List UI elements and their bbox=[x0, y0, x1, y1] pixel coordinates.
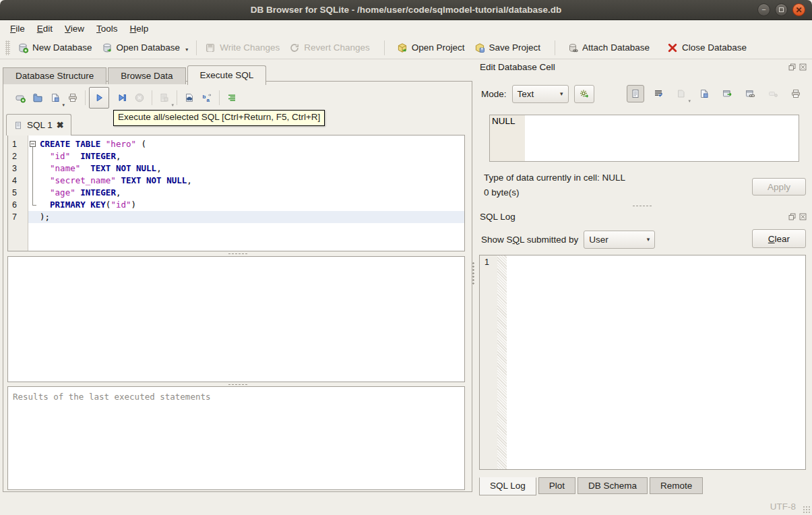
submitted-by-select[interactable]: User ▾ bbox=[584, 231, 655, 249]
menu-view[interactable]: View bbox=[59, 22, 90, 36]
close-database-icon bbox=[667, 42, 678, 53]
apply-button: Apply bbox=[752, 178, 806, 195]
toolbar-drag-handle[interactable] bbox=[5, 40, 10, 55]
open-sql-file-icon bbox=[32, 92, 43, 103]
code-line[interactable]: "secret_name" TEXT NOT NULL, bbox=[28, 175, 464, 187]
results-message-pane[interactable]: Results of the last executed statements bbox=[7, 386, 465, 490]
close-database-button[interactable]: Close Database bbox=[662, 39, 751, 57]
menu-file[interactable]: File bbox=[4, 22, 31, 36]
log-gutter: 1 bbox=[480, 255, 497, 469]
tab-remote[interactable]: Remote bbox=[650, 477, 703, 494]
close-button[interactable]: ✕ bbox=[792, 3, 805, 16]
cell-value-editor[interactable]: NULL bbox=[489, 115, 799, 162]
execute-current-line-icon bbox=[117, 92, 127, 103]
dock-tab-bar: SQL Log Plot DB Schema Remote bbox=[479, 477, 705, 495]
splitter-handle[interactable] bbox=[228, 253, 248, 255]
save-project-button[interactable]: Save Project bbox=[470, 39, 546, 57]
sql-log-view[interactable]: 1 bbox=[479, 255, 806, 470]
code-line[interactable]: "age" INTEGER, bbox=[28, 187, 464, 199]
sql-editor[interactable]: 1234567 CREATE TABLE "hero" ( "id" INTEG… bbox=[7, 135, 465, 251]
vertical-splitter-handle[interactable] bbox=[472, 262, 474, 284]
save-project-icon bbox=[474, 42, 485, 53]
results-placeholder: Results of the last executed statements bbox=[8, 387, 464, 402]
open-project-button[interactable]: Open Project bbox=[392, 39, 470, 57]
cell-toolbar: ▾ bbox=[627, 84, 805, 104]
code-line[interactable]: "name" TEXT NOT NULL, bbox=[28, 162, 464, 175]
code-line[interactable]: ); bbox=[28, 211, 464, 223]
menu-tools[interactable]: Tools bbox=[90, 22, 124, 36]
main-tab-bar: Database Structure Browse Data Execute S… bbox=[3, 65, 268, 84]
link-data-button[interactable] bbox=[741, 85, 759, 102]
encoding-indicator[interactable]: UTF-8 bbox=[770, 502, 796, 512]
toolbar-separator bbox=[384, 40, 385, 55]
execute-current-line-button[interactable] bbox=[113, 89, 131, 107]
clear-log-button[interactable]: Clear bbox=[752, 229, 806, 248]
word-wrap-button[interactable] bbox=[650, 85, 667, 102]
execute-all-button[interactable] bbox=[89, 87, 109, 109]
code-line[interactable]: PRIMARY KEY("id") bbox=[28, 199, 464, 211]
save-project-label: Save Project bbox=[489, 42, 541, 53]
attach-database-label: Attach Database bbox=[582, 42, 650, 53]
tab-browse-data[interactable]: Browse Data bbox=[108, 67, 185, 84]
splitter-handle[interactable] bbox=[632, 205, 652, 207]
code-line[interactable]: CREATE TABLE "hero" ( bbox=[28, 138, 464, 150]
mode-select[interactable]: Text ▾ bbox=[512, 85, 569, 103]
import-data-button: ▾ bbox=[673, 85, 690, 102]
menu-edit[interactable]: Edit bbox=[31, 22, 59, 36]
execute-sql-pane: ▾ ▾ ba bbox=[3, 81, 472, 492]
close-panel-icon[interactable] bbox=[799, 212, 807, 221]
menu-help[interactable]: Help bbox=[124, 22, 155, 36]
open-in-external-button[interactable] bbox=[718, 85, 736, 102]
tab-db-schema[interactable]: DB Schema bbox=[577, 477, 648, 494]
print-icon bbox=[790, 88, 801, 99]
print-sql-button[interactable] bbox=[64, 89, 82, 107]
print-cell-button[interactable] bbox=[787, 85, 805, 102]
replace-in-sql-button[interactable]: ba bbox=[198, 89, 216, 107]
attach-database-button[interactable]: Attach Database bbox=[563, 39, 654, 57]
cell-type-info: Type of data currently in cell: NULL bbox=[484, 173, 625, 183]
revert-changes-icon bbox=[289, 42, 300, 53]
float-panel-icon[interactable] bbox=[788, 212, 797, 221]
new-database-button[interactable]: New Database bbox=[13, 39, 97, 57]
fold-marker-icon[interactable] bbox=[30, 141, 36, 147]
open-sql-file-button[interactable] bbox=[29, 89, 46, 107]
export-data-button[interactable] bbox=[695, 85, 713, 102]
tab-sql-log[interactable]: SQL Log bbox=[479, 477, 536, 495]
splitter-handle[interactable] bbox=[228, 384, 248, 386]
resize-grip[interactable] bbox=[803, 506, 810, 513]
filter-label: Show SQL submitted by bbox=[481, 235, 578, 245]
line-number: 3 bbox=[8, 162, 28, 175]
format-sql-button[interactable] bbox=[223, 89, 241, 107]
find-in-sql-button[interactable] bbox=[181, 89, 198, 107]
maximize-button[interactable] bbox=[775, 3, 788, 16]
save-sql-file-icon bbox=[50, 92, 61, 103]
editor-code[interactable]: CREATE TABLE "hero" ( "id" INTEGER, "nam… bbox=[28, 135, 464, 251]
fold-guide-line bbox=[32, 147, 33, 205]
line-number: 5 bbox=[8, 187, 28, 199]
menu-bar: File Edit View Tools Help bbox=[0, 20, 812, 36]
open-project-label: Open Project bbox=[412, 42, 465, 53]
tab-execute-sql[interactable]: Execute SQL bbox=[187, 65, 267, 85]
results-table-pane[interactable] bbox=[7, 256, 465, 382]
gear-run-icon bbox=[579, 88, 590, 99]
close-sql-tab-icon[interactable]: ✖ bbox=[57, 120, 64, 130]
minimize-button[interactable]: − bbox=[757, 3, 770, 16]
text-mode-button[interactable] bbox=[627, 85, 644, 102]
log-line-number: 1 bbox=[480, 255, 497, 267]
tab-plot[interactable]: Plot bbox=[538, 477, 575, 494]
save-sql-file-button[interactable]: ▾ bbox=[46, 89, 64, 107]
link-icon bbox=[745, 88, 755, 99]
toolbar-separator bbox=[196, 40, 197, 55]
set-null-button bbox=[764, 85, 782, 102]
open-external-icon bbox=[722, 88, 732, 99]
open-database-dropdown-icon[interactable]: ▾ bbox=[185, 47, 188, 53]
sql-log-title: SQL Log bbox=[480, 212, 516, 224]
open-database-button[interactable]: Open Database ▾ bbox=[97, 39, 193, 57]
float-panel-icon[interactable] bbox=[788, 63, 797, 71]
sql-file-tab[interactable]: SQL 1 ✖ bbox=[6, 114, 71, 135]
close-panel-icon[interactable] bbox=[799, 63, 807, 71]
new-sql-tab-button[interactable] bbox=[11, 89, 29, 107]
code-line[interactable]: "id" INTEGER, bbox=[28, 150, 464, 162]
auto-apply-button[interactable] bbox=[574, 85, 594, 103]
tab-database-structure[interactable]: Database Structure bbox=[3, 67, 106, 84]
